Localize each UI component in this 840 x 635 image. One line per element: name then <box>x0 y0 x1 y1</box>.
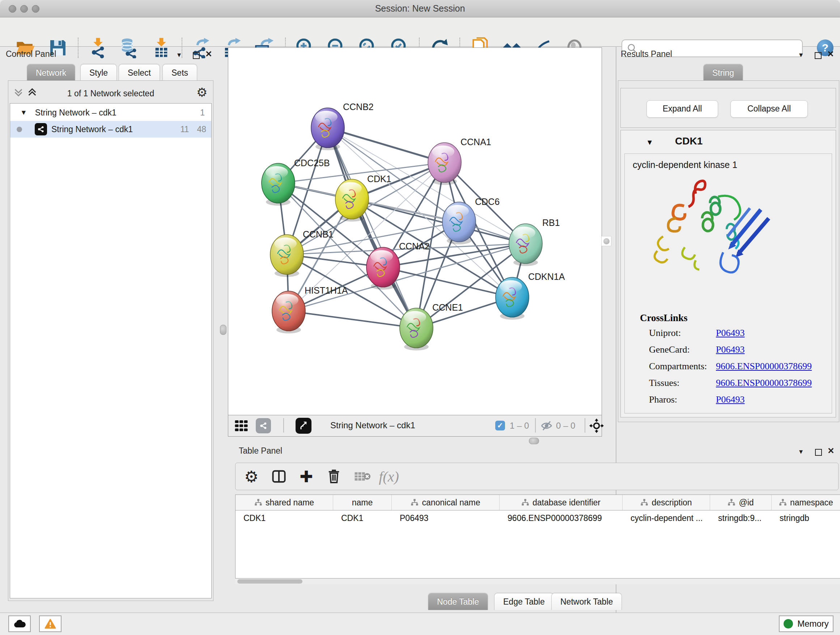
table-settings-gear-icon[interactable]: ⚙ <box>240 465 263 488</box>
delete-column-button[interactable] <box>322 465 346 488</box>
network-edge[interactable] <box>289 311 416 328</box>
tab-node-table[interactable]: Node Table <box>428 593 488 610</box>
function-builder-button[interactable]: f(x) <box>377 465 401 488</box>
cell-shared-name[interactable]: CDK1 <box>235 510 333 526</box>
panel-float-icon[interactable] <box>192 51 201 60</box>
create-column-button[interactable]: ✚ <box>295 465 318 488</box>
table-horizontal-scrollbar[interactable] <box>235 578 840 584</box>
protein-structure-image <box>641 175 779 291</box>
collapse-triangle-icon[interactable]: ▼ <box>20 109 27 117</box>
network-canvas[interactable]: CCNB2CCNA1CDC25BCDK1CDC6RB1CCNB1CCNA2CDK… <box>228 48 602 415</box>
collapse-triangle-icon[interactable]: ▼ <box>646 138 653 147</box>
cell-id[interactable]: stringdb:9... <box>710 510 772 526</box>
crosslink-label: Pharos: <box>649 394 677 405</box>
network-node-CDC6[interactable]: CDC6 <box>442 196 500 244</box>
network-edge-count: 48 <box>197 125 206 134</box>
hidden-elements-icon <box>540 420 553 433</box>
network-node-CDKN1A[interactable]: CDKN1A <box>496 272 565 320</box>
tab-sets[interactable]: Sets <box>163 64 197 81</box>
cell-name[interactable]: CDK1 <box>333 510 392 526</box>
toolbar-divider <box>283 418 284 432</box>
panel-menu-icon[interactable]: ▾ <box>175 50 183 59</box>
network-node-HIST1H1A[interactable]: HIST1H1A <box>272 285 348 333</box>
network-column-icon <box>254 499 262 507</box>
show-columns-button[interactable] <box>267 465 291 488</box>
columns-icon <box>271 469 287 485</box>
cell-description[interactable]: cyclin-dependent ... <box>622 510 710 526</box>
warnings-button[interactable] <box>39 616 62 632</box>
column-header-namespace[interactable]: namespace <box>772 495 840 510</box>
cloud-status-button[interactable] <box>8 616 31 632</box>
cell-database-identifier[interactable]: 9606.ENSP00000378699 <box>500 510 622 526</box>
crosslink-tissues-link[interactable]: 9606.ENSP00000378699 <box>716 378 812 388</box>
node-label: CCNB1 <box>303 229 333 239</box>
network-view-toolbar: String Network – cdk1 ✓ 1 – 0 0 – 0 <box>228 415 602 437</box>
column-header-canonical-name[interactable]: canonical name <box>392 495 500 510</box>
panel-close-icon[interactable]: ✕ <box>204 49 213 59</box>
selected-count: 1 – 0 <box>510 421 529 431</box>
node-label: CCNA1 <box>461 137 491 147</box>
panel-float-icon[interactable] <box>814 448 823 457</box>
network-tab-body: 1 of 1 Network selected ⚙ ▼ String Netwo… <box>8 80 213 601</box>
titlebar: Session: New Session <box>0 0 840 17</box>
expand-all-button[interactable]: Expand All <box>646 100 718 118</box>
scrollbar-thumb[interactable] <box>237 579 302 584</box>
selected-nodes-checkbox[interactable]: ✓ <box>495 421 505 431</box>
crosslink-pharos-link[interactable]: P06493 <box>716 394 745 405</box>
table-header-row: shared name name canonical name database… <box>235 495 840 510</box>
node-table[interactable]: shared name name canonical name database… <box>235 494 840 578</box>
column-header-database-identifier[interactable]: database identifier <box>500 495 622 510</box>
network-node-CCNB2[interactable]: CCNB2 <box>311 102 374 150</box>
delete-table-button[interactable] <box>351 465 374 488</box>
network-view-title: String Network – cdk1 <box>330 420 415 431</box>
network-edge[interactable] <box>328 128 416 328</box>
column-header-description[interactable]: description <box>622 495 710 510</box>
right-splitter-handle[interactable] <box>601 236 611 246</box>
collapse-all-button[interactable]: Collapse All <box>730 100 808 118</box>
panel-menu-icon[interactable]: ▾ <box>797 447 805 456</box>
node-label: CDKN1A <box>528 272 565 282</box>
network-collection-row[interactable]: ▼ String Network – cdk1 1 <box>10 104 211 121</box>
left-splitter-handle[interactable] <box>220 325 226 335</box>
birdseye-view-button[interactable] <box>295 418 311 434</box>
network-view-type-button[interactable] <box>256 418 271 433</box>
network-node-CDC25B[interactable]: CDC25B <box>262 158 330 206</box>
toolbar-divider <box>535 418 536 432</box>
gene-description: cyclin-dependent kinase 1 <box>633 160 737 170</box>
tab-edge-table[interactable]: Edge Table <box>494 593 554 610</box>
network-edge[interactable] <box>328 128 445 163</box>
network-options-gear-icon[interactable]: ⚙ <box>196 85 207 100</box>
panel-close-icon[interactable]: ✕ <box>826 49 835 59</box>
column-header-name[interactable]: name <box>333 495 392 510</box>
tab-select[interactable]: Select <box>118 64 160 81</box>
tab-network[interactable]: Network <box>27 64 75 81</box>
tab-string[interactable]: String <box>703 64 743 81</box>
tab-style[interactable]: Style <box>80 64 117 81</box>
table-row[interactable]: CDK1 CDK1 P06493 9606.ENSP00000378699 cy… <box>235 510 840 526</box>
grid-view-button[interactable] <box>234 418 248 434</box>
network-graph[interactable]: CCNB2CCNA1CDC25BCDK1CDC6RB1CCNB1CCNA2CDK… <box>228 48 602 415</box>
column-header-shared-name[interactable]: shared name <box>235 495 333 510</box>
cell-canonical-name[interactable]: P06493 <box>392 510 500 526</box>
cell-namespace[interactable]: stringdb <box>772 510 840 526</box>
network-row[interactable]: String Network – cdk1 11 48 <box>10 121 211 138</box>
network-node-RB1[interactable]: RB1 <box>509 218 560 266</box>
panel-close-icon[interactable]: ✕ <box>827 446 835 455</box>
network-node-CDK1[interactable]: CDK1 <box>335 174 392 222</box>
node-label: CDC25B <box>294 158 330 168</box>
northeast-arrow-icon <box>299 421 308 431</box>
expand-collapse-bar: Expand All Collapse All <box>621 88 836 128</box>
panel-menu-icon[interactable]: ▾ <box>797 50 805 59</box>
network-node-CCNE1[interactable]: CCNE1 <box>400 302 463 350</box>
crosslink-genecard-link[interactable]: P06493 <box>716 344 745 355</box>
fit-selected-button[interactable] <box>589 418 604 434</box>
column-header-id[interactable]: @id <box>710 495 772 510</box>
crosslink-uniprot-link[interactable]: P06493 <box>716 328 745 339</box>
memory-button[interactable]: Memory <box>779 616 834 632</box>
panel-float-icon[interactable] <box>813 51 822 60</box>
node-label: RB1 <box>542 218 560 228</box>
tab-network-table[interactable]: Network Table <box>551 593 622 610</box>
cloud-icon <box>13 619 26 628</box>
crosslink-compartments-link[interactable]: 9606.ENSP00000378699 <box>716 361 812 372</box>
network-edge[interactable] <box>383 267 512 297</box>
